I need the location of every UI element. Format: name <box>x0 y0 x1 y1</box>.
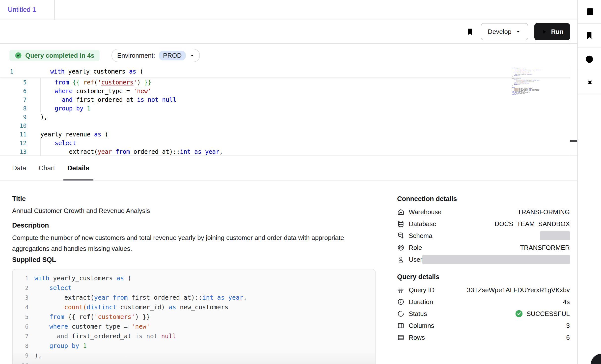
code-line: 12 select <box>0 139 570 147</box>
detail-value: 3 <box>566 322 570 330</box>
detail-value: TRANSFORMING <box>518 208 570 216</box>
line-number: 1 <box>18 275 28 282</box>
sparkle-star-icon <box>584 78 594 88</box>
description-heading: Description <box>12 222 376 229</box>
app-window: Untitled 1 Develop <box>0 0 601 364</box>
line-number: 13 <box>0 149 27 155</box>
code-line: 7 and first_ordered_at is not null <box>0 95 570 104</box>
line-number: 12 <box>0 140 27 146</box>
code-line: 8 group by 1 <box>0 104 570 113</box>
line-number: 5 <box>0 79 27 86</box>
check-circle-icon <box>15 52 22 59</box>
hash-icon <box>397 286 405 294</box>
detail-value: 33TZseWpe1ALFDUYerxR1gVKxbv <box>467 286 570 294</box>
indent-guide <box>55 95 55 104</box>
indent-guide <box>40 138 41 156</box>
details-left-column: Title Annual Customer Growth and Revenue… <box>12 181 376 364</box>
detail-label: Columns <box>409 322 434 330</box>
warehouse-icon <box>397 208 405 216</box>
detail-label: Duration <box>409 298 433 306</box>
supplied-sql-card: 1with yearly_customers as (2 select3 ext… <box>12 269 376 364</box>
bookmark-icon <box>584 30 594 40</box>
sql-editor[interactable]: Query completed in 4s Environment: PROD … <box>0 44 577 156</box>
rail-notebook-button[interactable] <box>578 0 601 24</box>
detail-label: Warehouse <box>409 208 441 216</box>
line-number: 4 <box>18 304 28 311</box>
line-number: 6 <box>0 88 27 94</box>
line-number: 10 <box>18 362 28 364</box>
code-line: 10 <box>0 121 570 130</box>
sticky-line-container: 1with yearly_customers as ( <box>0 66 570 78</box>
query-status-text: Query completed in 4s <box>25 52 94 59</box>
detail-row-user: User <box>397 254 570 265</box>
code-line: 2 select <box>18 283 375 293</box>
new-tab-button[interactable] <box>55 0 74 20</box>
code-lines: 5 from {{ ref('customers') }}6 where cus… <box>0 78 570 156</box>
code-line: 7 and first_ordered_at is not null <box>18 331 375 341</box>
line-number: 5 <box>18 314 28 320</box>
detail-label: Role <box>409 244 422 252</box>
rail-history-button[interactable] <box>578 48 601 71</box>
detail-row-database: DatabaseDOCS_TEAM_SANDBOX <box>397 218 570 230</box>
tab-untitled-1[interactable]: Untitled 1 <box>0 0 55 20</box>
environment-selector[interactable]: Environment: PROD <box>111 49 200 62</box>
redacted-value <box>422 255 570 264</box>
tab-chart[interactable]: Chart <box>39 156 55 181</box>
code-area[interactable]: 1with yearly_customers as ( 5 from {{ re… <box>0 66 570 156</box>
environment-label: Environment: <box>117 52 155 59</box>
code-line: 5 from {{ ref('customers') }} <box>0 78 570 87</box>
role-icon <box>397 244 405 251</box>
run-button[interactable]: Run <box>534 23 570 40</box>
chevron-down-icon <box>190 53 195 58</box>
develop-dropdown[interactable]: Develop <box>481 23 528 40</box>
detail-row-schema: Schema <box>397 230 570 242</box>
schema-icon <box>397 232 405 239</box>
detail-label: User <box>409 256 422 263</box>
tab-details[interactable]: Details <box>67 156 89 181</box>
detail-label: Query ID <box>409 286 435 294</box>
rail-ai-assist-button[interactable] <box>578 71 601 95</box>
rows-icon <box>397 334 405 341</box>
editor-scrollbar[interactable] <box>570 44 577 156</box>
right-rail <box>577 0 601 364</box>
tab-bar: Untitled 1 <box>0 0 577 20</box>
close-icon[interactable] <box>40 7 47 13</box>
develop-label: Develop <box>488 28 511 36</box>
line-number: 7 <box>0 97 27 103</box>
toolbar: Develop Run <box>0 20 577 44</box>
code-line: 6 where customer_type = 'new' <box>18 322 375 331</box>
indent-guide <box>40 78 41 112</box>
code-line: 9), <box>0 113 570 121</box>
environment-value: PROD <box>159 51 186 60</box>
detail-label: Database <box>409 220 436 228</box>
success-check-icon <box>515 310 523 318</box>
run-label: Run <box>551 28 564 36</box>
description-value: Compute the number of new customers and … <box>12 232 359 254</box>
code-line: 10 <box>18 360 375 364</box>
connection-details-heading: Connection details <box>397 195 570 203</box>
detail-row-role: RoleTRANSFORMER <box>397 242 570 254</box>
detail-label: Rows <box>409 334 425 341</box>
tab-data[interactable]: Data <box>12 156 26 181</box>
line-number: 8 <box>18 343 28 349</box>
scrollbar-thumb[interactable] <box>570 140 577 142</box>
query-rows: Query ID33TZseWpe1ALFDUYerxR1gVKxbvDurat… <box>397 284 570 343</box>
user-icon <box>397 256 405 263</box>
line-number: 3 <box>18 294 28 301</box>
details-panel: Title Annual Customer Growth and Revenue… <box>0 181 577 364</box>
rail-bookmark-button[interactable] <box>578 24 601 48</box>
line-number: 9 <box>0 114 27 120</box>
database-icon <box>397 220 405 228</box>
line-number: 1 <box>0 68 36 75</box>
detail-value: 6 <box>566 334 570 341</box>
line-number: 11 <box>0 131 27 138</box>
query-status-badge: Query completed in 4s <box>9 50 100 61</box>
bookmark-button[interactable] <box>463 24 477 39</box>
detail-row-warehouse: WarehouseTRANSFORMING <box>397 206 570 218</box>
minimap[interactable]: with yearly_customers as ( select extrac… <box>512 68 541 97</box>
sticky-code-line[interactable]: 1with yearly_customers as ( <box>0 66 570 78</box>
code-line: 3 extract(year from first_ordered_at)::i… <box>18 293 375 302</box>
code-line: 4 count(distinct customer_id) as new_cus… <box>18 302 375 312</box>
detail-row-query-id: Query ID33TZseWpe1ALFDUYerxR1gVKxbv <box>397 284 570 296</box>
detail-value: TRANSFORMER <box>520 244 570 252</box>
